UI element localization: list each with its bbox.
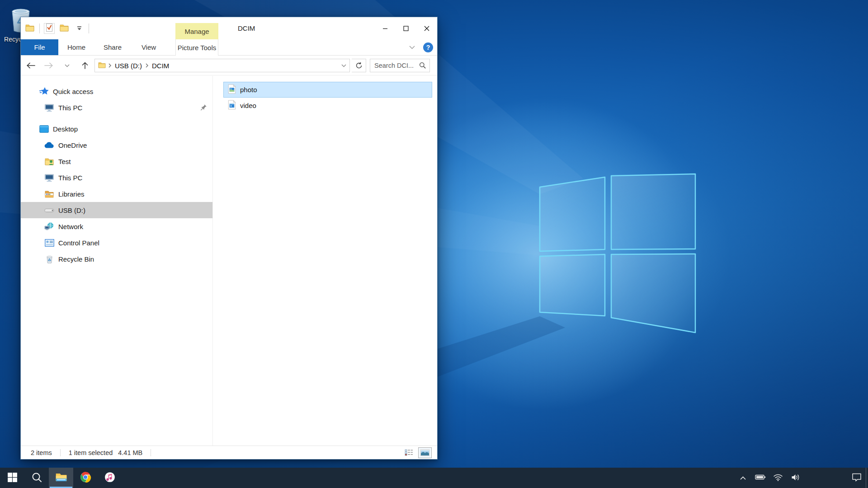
tab-share[interactable]: Share <box>94 39 131 55</box>
file-item-photo[interactable]: photo <box>223 82 432 98</box>
minimize-button[interactable] <box>375 17 396 39</box>
qat-customize-dropdown-button[interactable] <box>74 23 85 34</box>
action-center-button[interactable] <box>848 468 866 488</box>
search-input[interactable] <box>370 59 417 72</box>
system-tray <box>737 468 802 488</box>
sidebar-item-onedrive[interactable]: OneDrive <box>21 137 212 153</box>
chevron-down-icon <box>341 64 346 67</box>
volume-icon <box>791 474 800 483</box>
items-count: 2 items <box>31 449 52 456</box>
taskbar-search-button[interactable] <box>24 468 49 488</box>
navigation-pane: Quick accessThis PCDesktopOneDriveTestTh… <box>21 76 212 446</box>
search-icon[interactable] <box>419 62 426 70</box>
sidebar-item-recycle-bin[interactable]: Recycle Bin <box>21 251 212 267</box>
file-list-pane[interactable]: photovideo <box>212 76 437 446</box>
sidebar-item-desktop[interactable]: Desktop <box>21 121 212 137</box>
window-content: Quick accessThis PCDesktopOneDriveTestTh… <box>21 76 437 446</box>
file-list: photovideo <box>213 76 437 113</box>
action-center-icon <box>852 473 862 483</box>
sidebar-item-usb-d-[interactable]: USB (D:) <box>21 202 212 218</box>
ribbon-tab-row: FileHomeShareViewPicture Tools ? <box>21 39 437 56</box>
sidebar-item-label: This PC <box>58 174 82 182</box>
file-name: photo <box>240 86 257 94</box>
refresh-button[interactable] <box>352 59 366 72</box>
sidebar-item-control-panel[interactable]: Control Panel <box>21 235 212 251</box>
sidebar-item-this-pc[interactable]: This PC <box>21 99 212 116</box>
ribbon-collapse-button[interactable] <box>406 39 418 56</box>
sidebar-item-network[interactable]: Network <box>21 218 212 235</box>
qat-new-folder-button[interactable] <box>59 23 70 34</box>
large-icons-view-button[interactable] <box>418 447 432 458</box>
qat-properties-check-button[interactable] <box>44 23 55 34</box>
tab-picture-tools[interactable]: Picture Tools <box>175 39 218 56</box>
monitor-icon <box>44 174 54 182</box>
folder-icon <box>98 62 106 70</box>
forward-arrow-icon <box>44 62 53 69</box>
taskbar-itunes-button[interactable] <box>98 468 122 488</box>
chevron-down-icon <box>409 46 415 49</box>
user-folder-icon <box>44 158 54 165</box>
sidebar-item-label: OneDrive <box>58 141 87 149</box>
tray-hidden-icons-chevron-button[interactable] <box>737 468 749 488</box>
start-icon <box>7 472 18 484</box>
chevron-down-icon <box>65 64 70 67</box>
sidebar-item-libraries[interactable]: Libraries <box>21 186 212 202</box>
sidebar-item-label: USB (D:) <box>58 206 85 214</box>
sidebar-item-test[interactable]: Test <box>21 153 212 169</box>
sidebar-item-quick-access[interactable]: Quick access <box>21 83 212 99</box>
taskbar-start-button[interactable] <box>0 468 24 488</box>
details-view-button[interactable] <box>402 447 415 458</box>
tray-wifi-button[interactable] <box>772 468 784 488</box>
tray-battery-button[interactable] <box>755 468 766 488</box>
photo-file-icon <box>228 84 236 95</box>
file-name: video <box>240 102 256 109</box>
contextual-tab-group: Manage <box>175 23 218 39</box>
title-bar[interactable]: Manage DCIM <box>21 17 437 39</box>
cloud-icon <box>44 142 54 149</box>
recycle-bin-icon <box>44 255 54 263</box>
show-desktop-button[interactable] <box>866 468 868 488</box>
address-dropdown-button[interactable] <box>338 59 349 72</box>
back-arrow-icon <box>26 62 35 69</box>
taskbar-chrome-button[interactable] <box>73 468 98 488</box>
monitor-icon <box>44 103 54 112</box>
wifi-icon <box>773 474 783 483</box>
taskbar-file-explorer-button[interactable] <box>49 468 73 488</box>
qat-folder-button[interactable] <box>24 23 35 34</box>
close-button[interactable] <box>416 17 437 39</box>
up-button[interactable] <box>80 60 90 71</box>
selection-size: 4.41 MB <box>118 449 142 456</box>
help-button[interactable]: ? <box>423 42 433 52</box>
selection-count: 1 item selected <box>69 449 113 456</box>
sidebar-item-label: Network <box>58 223 83 230</box>
address-bar[interactable]: USB (D:) DCIM <box>94 59 350 72</box>
forward-button[interactable] <box>43 60 54 71</box>
file-item-video[interactable]: video <box>223 98 432 113</box>
properties-check-icon <box>45 23 53 33</box>
hidden-icons-chevron-icon <box>740 474 746 482</box>
refresh-icon <box>355 62 363 69</box>
sidebar-item-label: This PC <box>58 104 82 112</box>
sidebar-item-this-pc[interactable]: This PC <box>21 169 212 186</box>
breadcrumb-folder[interactable]: DCIM <box>151 62 170 70</box>
control-panel-icon <box>44 239 54 247</box>
tab-home[interactable]: Home <box>58 39 94 55</box>
quick-access-toolbar <box>24 17 89 39</box>
search-box[interactable] <box>370 59 430 72</box>
maximize-button[interactable] <box>396 17 416 39</box>
chrome-icon <box>80 471 91 484</box>
thumbnail-view-icon <box>420 449 430 456</box>
recent-locations-button[interactable] <box>61 60 72 71</box>
qat-separator <box>39 23 40 33</box>
breadcrumb-drive[interactable]: USB (D:) <box>114 62 143 70</box>
new-folder-icon <box>60 24 69 33</box>
status-divider <box>151 449 151 456</box>
back-button[interactable] <box>25 60 36 71</box>
desktop-icon <box>39 125 49 133</box>
tab-view[interactable]: View <box>131 39 167 55</box>
tab-file[interactable]: File <box>21 39 58 55</box>
tray-volume-button[interactable] <box>790 468 802 488</box>
qat-separator <box>89 23 89 33</box>
network-icon <box>44 222 54 230</box>
chevron-right-icon <box>108 63 111 68</box>
